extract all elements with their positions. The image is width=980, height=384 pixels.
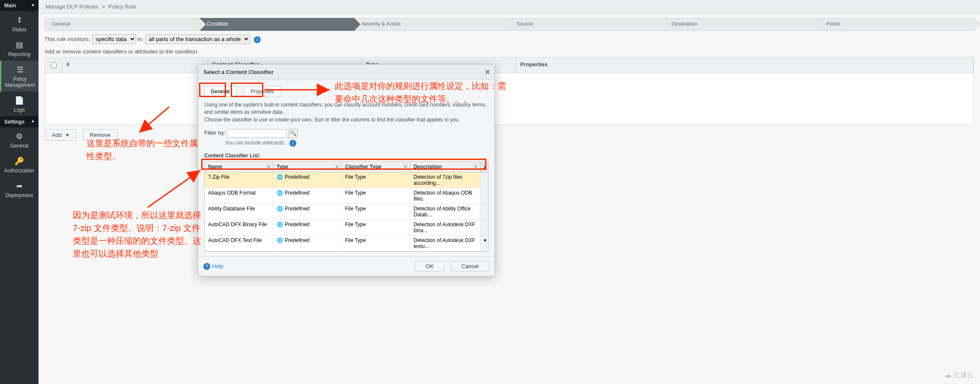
- help-link[interactable]: ?Help: [203, 263, 223, 270]
- table-row[interactable]: Ability Database File 🌐Predefined File T…: [205, 204, 488, 220]
- globe-icon: 🌐: [277, 222, 283, 227]
- cell-ctype: File Type: [342, 204, 410, 219]
- globe-icon: 🌐: [277, 237, 283, 243]
- gear-icon: ⚙: [1, 132, 38, 141]
- chevron-down-icon: ▾: [66, 132, 69, 138]
- globe-icon: 🌐: [277, 190, 283, 196]
- list-icon: ☰: [2, 65, 38, 74]
- monitors-select[interactable]: specific data: [92, 34, 136, 44]
- step-condition[interactable]: Condition: [200, 18, 355, 31]
- table-row[interactable]: 7-Zip File 🌐Predefined File Type Detecti…: [205, 172, 488, 188]
- cell-name: Ability Database File: [205, 204, 273, 219]
- table-row[interactable]: Abaqus ODB Format 🌐Predefined File Type …: [205, 188, 488, 204]
- sidebar-item-status[interactable]: ⥉ Status: [0, 11, 39, 36]
- rule-monitors-line: This rule monitors: specific data in: al…: [45, 34, 974, 44]
- type-text: Predefined: [285, 206, 310, 212]
- pulse-icon: ⥉: [1, 15, 38, 25]
- cell-ctype: File Type: [342, 236, 410, 251]
- doc-icon: 📄: [1, 96, 38, 105]
- scrollbar-track[interactable]: [480, 220, 488, 235]
- annotation-box-general-tab: [199, 83, 226, 97]
- scroll-down-icon[interactable]: ▾: [480, 236, 488, 251]
- cell-desc: Detection of Autodesk DXF bina...: [410, 220, 480, 235]
- col-properties[interactable]: Properties: [516, 58, 974, 73]
- sidebar-item-reporting[interactable]: ▤ Reporting: [0, 36, 39, 61]
- sidebar-settings-header[interactable]: Settings ▲: [0, 116, 39, 127]
- wildcard-hint: You can include wildcards. i: [225, 140, 489, 147]
- cell-type: 🌐Predefined: [273, 172, 342, 188]
- annotation-box-selected-row: [201, 159, 486, 170]
- sidebar-item-authorization[interactable]: 🔑 Authorization: [0, 152, 39, 177]
- chevron-up-icon: ▲: [31, 118, 35, 123]
- watermark-text: 亿速云: [953, 371, 974, 378]
- filter-input[interactable]: [227, 129, 287, 138]
- dialog-buttons: OK Cancel: [411, 261, 489, 272]
- col-checkbox[interactable]: [45, 58, 62, 73]
- type-text: Predefined: [285, 190, 310, 196]
- annotation-text-2: 此选项是对你的规则进行属性设定，比如：需要命中几次这种类型的文件等。。。: [335, 80, 506, 105]
- cell-ctype: File Type: [342, 172, 410, 188]
- sidebar-main-header[interactable]: Main ▲: [0, 0, 39, 11]
- type-text: Predefined: [285, 222, 310, 227]
- breadcrumb-a[interactable]: Manage DLP Policies: [45, 3, 98, 10]
- classifier-grid: # Content Classifier Type Properties: [45, 57, 974, 125]
- sidebar-item-policy-management[interactable]: ☰ Policy Management: [0, 61, 39, 92]
- add-button[interactable]: Add▾: [45, 129, 76, 141]
- table-row[interactable]: AutoCAD DFX Text File 🌐Predefined File T…: [205, 236, 488, 251]
- scrollbar-track[interactable]: [480, 204, 488, 219]
- breadcrumb: Manage DLP Policies > Policy Rule: [39, 0, 980, 14]
- ok-button[interactable]: OK: [415, 261, 444, 272]
- col-number[interactable]: #: [62, 58, 208, 73]
- cell-type: 🌐Predefined: [273, 236, 342, 251]
- dialog-title: Select a Content Classifier: [203, 69, 274, 75]
- breadcrumb-b: Policy Rule: [108, 3, 136, 10]
- sidebar-item-label: Authorization: [4, 168, 34, 174]
- search-icon[interactable]: 🔍: [289, 129, 298, 138]
- sidebar-settings-label: Settings: [4, 119, 24, 125]
- sidebar-item-general[interactable]: ⚙ General: [0, 127, 39, 152]
- in-label: in:: [137, 36, 143, 42]
- share-icon: ➦: [1, 181, 38, 191]
- help-text: Help: [212, 263, 223, 269]
- globe-icon: 🌐: [277, 206, 283, 212]
- scope-select[interactable]: all parts of the transaction as a whole: [145, 34, 250, 44]
- sidebar-item-deployment[interactable]: ➦ Deployment: [0, 177, 39, 202]
- bar-chart-icon: ▤: [1, 40, 38, 50]
- wizard-steps: General Condition Severity & Action Sour…: [45, 18, 974, 31]
- scrollbar-track[interactable]: [480, 188, 488, 204]
- step-severity[interactable]: Severity & Action: [354, 18, 510, 31]
- annotation-box-properties-tab: [231, 83, 263, 97]
- sidebar-item-label: Logs: [14, 107, 25, 113]
- grid-header: # Content Classifier Type Properties: [45, 58, 974, 73]
- step-general[interactable]: General: [45, 18, 200, 31]
- info-icon[interactable]: i: [254, 36, 261, 43]
- info-icon[interactable]: i: [289, 140, 296, 147]
- cell-desc: Detection of Abaqus ODB files.: [410, 188, 480, 204]
- scrollbar-track[interactable]: [480, 172, 488, 188]
- cell-name: Abaqus ODB Format: [205, 188, 273, 204]
- sidebar-main-label: Main: [4, 3, 16, 9]
- key-icon: 🔑: [1, 157, 38, 166]
- table-row[interactable]: AutoCAD DFX Binary File 🌐Predefined File…: [205, 220, 488, 236]
- step-label: Severity & Action: [362, 21, 401, 27]
- sidebar-item-label: Policy Management: [5, 76, 35, 88]
- step-finish[interactable]: Finish: [819, 18, 974, 31]
- close-icon[interactable]: ✕: [485, 68, 490, 76]
- select-all-checkbox[interactable]: [51, 62, 57, 68]
- sidebar-item-label: Status: [12, 27, 27, 32]
- cell-type: 🌐Predefined: [273, 220, 342, 235]
- classifier-list-grid: Name▾ Type▾ Classifier Type▾ Description…: [204, 161, 489, 252]
- cell-ctype: File Type: [342, 188, 410, 204]
- sidebar-item-logs[interactable]: 📄 Logs: [0, 92, 39, 116]
- cell-ctype: File Type: [342, 220, 410, 235]
- step-label: Condition: [207, 21, 229, 27]
- wildcard-text: You can include wildcards.: [225, 140, 285, 146]
- annotation-text-1: 这里是系统自带的一些文件属性类型。: [86, 137, 198, 162]
- step-destination[interactable]: Destination: [664, 18, 819, 31]
- help-icon: ?: [203, 263, 210, 270]
- breadcrumb-sep: >: [100, 3, 107, 10]
- cell-name: AutoCAD DFX Binary File: [205, 220, 273, 235]
- add-label: Add: [52, 132, 62, 138]
- step-source[interactable]: Source: [509, 18, 664, 31]
- cancel-button[interactable]: Cancel: [451, 261, 489, 272]
